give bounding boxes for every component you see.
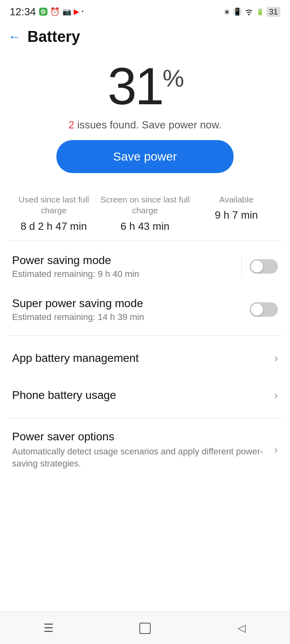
- chevron-right-icon-2: ›: [274, 389, 278, 402]
- power-saver-options-item[interactable]: Power saver options Automatically detect…: [0, 418, 290, 483]
- stat-available-label: Available: [219, 194, 253, 205]
- nav-back-button[interactable]: ◁: [226, 616, 258, 640]
- super-power-saving-title: Super power saving mode: [12, 297, 250, 310]
- nav-home-button[interactable]: [129, 616, 161, 640]
- vibrate-icon: 📳: [233, 7, 242, 16]
- toggle-divider-1: [241, 255, 242, 278]
- power-saving-mode-sub: Estimated remaining: 9 h 40 min: [12, 269, 233, 279]
- power-saving-section: Power saving mode Estimated remaining: 9…: [0, 241, 290, 335]
- stat-available: Available 9 h 7 min: [191, 194, 282, 233]
- percent-sign: %: [163, 65, 182, 92]
- power-saving-mode-item: Power saving mode Estimated remaining: 9…: [0, 245, 290, 288]
- power-saving-toggle[interactable]: [250, 259, 278, 274]
- chevron-right-icon-1: ›: [274, 352, 278, 365]
- status-icons-right: ∗ 📳 🔋 31: [224, 7, 280, 17]
- issues-text: 2 issues found. Save power now.: [68, 119, 222, 131]
- page-header: ← Battery: [0, 22, 290, 52]
- chevron-right-icon-3: ›: [274, 444, 278, 456]
- status-time: 12:34: [10, 6, 36, 18]
- app-battery-management-text: App battery management: [12, 352, 139, 365]
- app-icon-dot: •: [82, 9, 83, 14]
- wifi-icon: [244, 8, 254, 15]
- stat-used-since: Used since last full charge 8 d 2 h 47 m…: [8, 194, 99, 233]
- nav-menu-button[interactable]: ☰: [32, 616, 64, 640]
- home-icon: [139, 623, 151, 634]
- power-saver-options-title: Power saver options: [12, 430, 266, 443]
- stat-available-value: 9 h 7 min: [215, 209, 258, 221]
- battery-icon: 🔋: [256, 8, 264, 16]
- battery-section: 31% 2 issues found. Save power now. Save…: [0, 52, 290, 177]
- app-icon-2: ⏰: [50, 7, 60, 17]
- phone-battery-usage-title: Phone battery usage: [12, 389, 116, 402]
- stat-screen-value: 6 h 43 min: [120, 220, 169, 233]
- stat-screen-label: Screen on since last full charge: [99, 194, 191, 216]
- power-saving-mode-text: Power saving mode Estimated remaining: 9…: [12, 254, 233, 279]
- phone-battery-usage-text: Phone battery usage: [12, 389, 116, 402]
- power-saver-options-text: Power saver options Automatically detect…: [12, 430, 274, 471]
- app-battery-management-item[interactable]: App battery management ›: [0, 340, 290, 377]
- stat-screen-on: Screen on since last full charge 6 h 43 …: [99, 194, 191, 233]
- app-battery-management-title: App battery management: [12, 352, 139, 365]
- battery-percent-status: 31: [267, 7, 280, 17]
- app-icon-3: 📷: [62, 7, 71, 16]
- stat-used-value: 8 d 2 h 47 min: [21, 220, 87, 233]
- stats-row: Used since last full charge 8 d 2 h 47 m…: [0, 181, 290, 241]
- power-saver-options-sub: Automatically detect usage scenarios and…: [12, 446, 266, 471]
- save-power-button[interactable]: Save power: [56, 140, 234, 173]
- app-icon-4: ▶: [74, 7, 79, 16]
- back-icon: ◁: [238, 622, 246, 634]
- status-bar: 12:34 ✿ ⏰ 📷 ▶ • ∗ 📳 🔋 31: [0, 0, 290, 22]
- super-power-saving-toggle[interactable]: [250, 302, 278, 317]
- app-icon-1: ✿: [39, 8, 48, 16]
- phone-battery-usage-item[interactable]: Phone battery usage ›: [0, 377, 290, 414]
- super-power-saving-sub: Estimated remaining: 14 h 39 min: [12, 312, 250, 322]
- battery-number: 31: [108, 57, 163, 116]
- stat-used-label: Used since last full charge: [8, 194, 99, 216]
- menu-icon: ☰: [44, 621, 54, 635]
- page-title: Battery: [27, 28, 80, 45]
- battery-percentage-display: 31%: [108, 60, 182, 112]
- bottom-nav-bar: ☰ ◁: [0, 612, 290, 644]
- super-power-saving-item: Super power saving mode Estimated remain…: [0, 288, 290, 331]
- status-icons-left: ✿ ⏰ 📷 ▶ •: [39, 7, 83, 17]
- back-button[interactable]: ←: [8, 29, 21, 44]
- issues-description: issues found. Save power now.: [77, 119, 222, 131]
- super-power-saving-text: Super power saving mode Estimated remain…: [12, 297, 250, 322]
- bluetooth-icon: ∗: [224, 7, 230, 17]
- power-saving-mode-title: Power saving mode: [12, 254, 233, 267]
- issues-count: 2: [68, 119, 74, 131]
- nav-section: App battery management › Phone battery u…: [0, 336, 290, 418]
